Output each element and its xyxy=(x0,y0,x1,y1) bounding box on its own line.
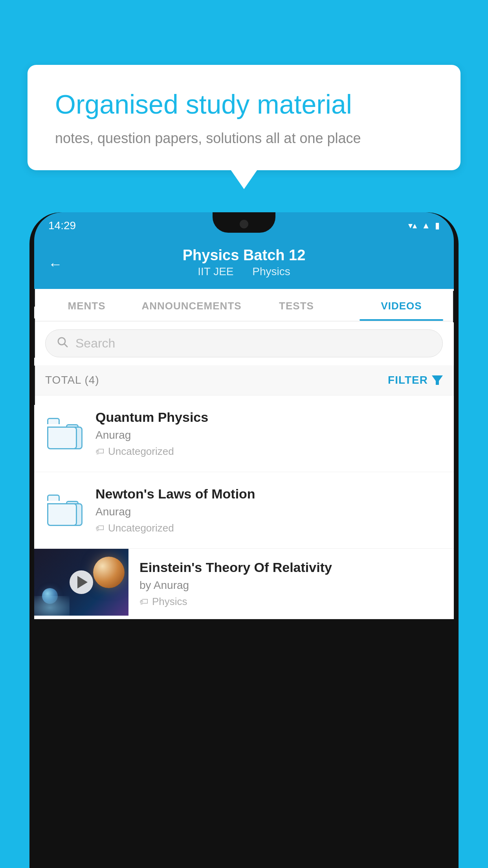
play-button[interactable] xyxy=(70,570,93,594)
quantum-tag-label: Uncategorized xyxy=(108,445,174,458)
app-header: ← Physics Batch 12 IIT JEE Physics xyxy=(34,239,454,289)
speech-bubble-title: Organised study material xyxy=(55,88,433,121)
tag-icon-newton: 🏷 xyxy=(95,523,104,533)
total-count: TOTAL (4) xyxy=(45,374,99,386)
folder-tab-front-newton xyxy=(47,495,60,501)
folder-body-front-newton xyxy=(47,503,77,526)
video-item-quantum[interactable]: Quantum Physics Anurag 🏷 Uncategorized xyxy=(34,395,454,472)
newton-title: Newton's Laws of Motion xyxy=(95,486,443,502)
video-list: Quantum Physics Anurag 🏷 Uncategorized xyxy=(34,395,454,619)
status-time: 14:29 xyxy=(48,219,76,232)
video-item-einstein[interactable]: Einstein's Theory Of Relativity by Anura… xyxy=(34,549,454,619)
quantum-thumb xyxy=(45,418,84,449)
phone-inner: 14:29 ▾▴ ▲ ▮ ← Physics Batch 12 IIT JEE … xyxy=(34,212,454,868)
newton-thumb xyxy=(45,495,84,526)
tab-ments[interactable]: MENTS xyxy=(34,289,139,321)
search-placeholder: Search xyxy=(75,336,115,351)
quantum-info: Quantum Physics Anurag 🏷 Uncategorized xyxy=(95,410,443,458)
planet-large xyxy=(93,557,125,588)
tab-videos[interactable]: VIDEOS xyxy=(349,289,454,321)
tab-announcements[interactable]: ANNOUNCEMENTS xyxy=(139,289,244,321)
tag-icon: 🏷 xyxy=(95,447,104,457)
header-subtitle: IIT JEE Physics xyxy=(194,265,294,278)
front-camera xyxy=(240,220,248,228)
header-subtitle-iit: IIT JEE xyxy=(198,265,233,278)
tag-icon-einstein: 🏷 xyxy=(139,597,148,607)
signal-icon: ▲ xyxy=(422,221,430,231)
notch xyxy=(213,212,275,233)
svg-marker-2 xyxy=(432,375,443,385)
newton-author: Anurag xyxy=(95,506,443,518)
header-title: Physics Batch 12 xyxy=(183,247,306,264)
battery-icon: ▮ xyxy=(435,221,440,231)
quantum-author: Anurag xyxy=(95,429,443,441)
speech-bubble-subtitle: notes, question papers, solutions all at… xyxy=(55,130,433,147)
newton-info: Newton's Laws of Motion Anurag 🏷 Uncateg… xyxy=(95,486,443,534)
search-icon xyxy=(57,336,68,351)
einstein-tag: 🏷 Physics xyxy=(139,596,443,608)
volume-down-button xyxy=(34,366,35,405)
status-bar: 14:29 ▾▴ ▲ ▮ xyxy=(34,212,454,239)
wifi-icon: ▾▴ xyxy=(408,221,417,231)
tab-tests[interactable]: TESTS xyxy=(244,289,349,321)
einstein-tag-label: Physics xyxy=(152,596,187,608)
video-item-newton[interactable]: Newton's Laws of Motion Anurag 🏷 Uncateg… xyxy=(34,472,454,549)
newton-tag: 🏷 Uncategorized xyxy=(95,522,443,534)
svg-line-1 xyxy=(64,344,67,347)
einstein-title: Einstein's Theory Of Relativity xyxy=(139,560,443,575)
tabs-bar: MENTS ANNOUNCEMENTS TESTS VIDEOS xyxy=(34,289,454,322)
speech-bubble-container: Organised study material notes, question… xyxy=(28,65,460,170)
folder-tab-front xyxy=(47,418,60,424)
quantum-tag: 🏷 Uncategorized xyxy=(95,445,443,458)
speech-bubble: Organised study material notes, question… xyxy=(28,65,460,170)
filter-icon xyxy=(432,375,443,385)
einstein-author: by Anurag xyxy=(139,579,443,592)
status-icons: ▾▴ ▲ ▮ xyxy=(408,221,440,231)
folder-icon xyxy=(47,418,83,449)
volume-up-button xyxy=(34,318,35,358)
filter-button[interactable]: FILTER xyxy=(388,374,443,386)
search-bar-container: Search xyxy=(34,322,454,365)
filter-bar: TOTAL (4) FILTER xyxy=(34,365,454,395)
planet-glow xyxy=(34,596,70,616)
header-subtitle-physics: Physics xyxy=(252,265,290,278)
newton-tag-label: Uncategorized xyxy=(108,522,174,534)
folder-body-front xyxy=(47,427,77,449)
phone-frame: 14:29 ▾▴ ▲ ▮ ← Physics Batch 12 IIT JEE … xyxy=(29,212,459,868)
filter-label: FILTER xyxy=(388,374,428,386)
search-bar[interactable]: Search xyxy=(45,329,443,357)
quantum-title: Quantum Physics xyxy=(95,410,443,425)
einstein-info: Einstein's Theory Of Relativity by Anura… xyxy=(128,549,454,619)
folder-icon-newton xyxy=(47,495,83,526)
einstein-thumbnail xyxy=(34,549,128,616)
play-icon xyxy=(77,576,88,588)
back-button[interactable]: ← xyxy=(48,256,62,272)
